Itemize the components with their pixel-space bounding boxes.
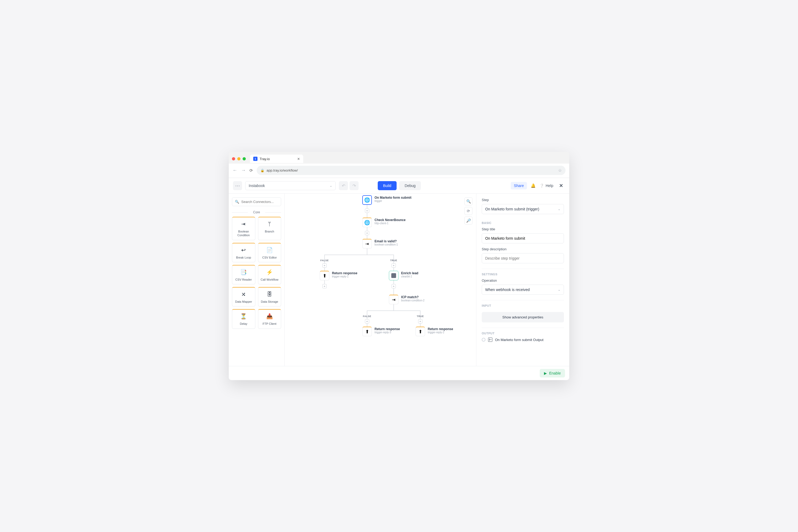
chevron-down-icon: ⌄ bbox=[558, 207, 560, 211]
connector-ftp-client[interactable]: 📥FTP Client bbox=[258, 309, 281, 328]
help-button[interactable]: ❔ Help bbox=[539, 184, 553, 188]
browser-tab[interactable]: t Tray.io ✕ bbox=[250, 155, 303, 163]
connector-csv-reader[interactable]: 📑CSV Reader bbox=[232, 265, 255, 284]
canvas-inner: 🌐 On Marketo form submittrigger + 🌐 Chec… bbox=[285, 194, 476, 366]
share-button[interactable]: Share bbox=[511, 182, 527, 189]
reply-icon: ⬆ bbox=[416, 327, 425, 336]
settings-section-header: SETTINGS bbox=[482, 269, 564, 276]
add-step-button[interactable]: + bbox=[322, 284, 327, 288]
nav-back-icon[interactable]: ← bbox=[232, 168, 237, 173]
search-icon: 🔍 bbox=[235, 200, 239, 204]
properties-panel: Step On Marketo form submit (trigger) ⌄ … bbox=[476, 194, 569, 366]
address-row: ← → ⟳ 🔒 app.tray.io/workflow/ ☆ bbox=[229, 164, 569, 178]
operation-label: Operation bbox=[482, 279, 564, 283]
enable-button[interactable]: ▶ Enable bbox=[540, 369, 565, 377]
node-return-response-2[interactable]: ⬆ Return responsetrigger-reply-2 bbox=[416, 327, 453, 336]
tab-strip: t Tray.io ✕ bbox=[229, 152, 569, 164]
node-return-response-1[interactable]: ⬆ Return responsetrigger-reply-1 bbox=[320, 271, 357, 280]
add-step-button[interactable]: + bbox=[365, 231, 369, 235]
workflow-name: Instabook bbox=[249, 184, 265, 188]
close-button[interactable]: ✕ bbox=[557, 182, 565, 190]
mapper-icon: ⤨ bbox=[241, 291, 246, 298]
connector-grid: ⤛Boolean Condition ᛘBranch ↩Break Loop 📄… bbox=[232, 217, 281, 329]
node-email-valid[interactable]: ⤛ Email is valid?boolean-condition-1 bbox=[362, 239, 398, 248]
footer: ▶ Enable bbox=[229, 366, 569, 380]
debug-button[interactable]: Debug bbox=[399, 181, 421, 190]
radio-icon[interactable] bbox=[482, 338, 486, 342]
grid-icon bbox=[488, 338, 492, 342]
output-value: On Marketo form submit Output bbox=[495, 338, 544, 342]
undo-button[interactable]: ↶ bbox=[339, 181, 348, 190]
connector-boolean-condition[interactable]: ⤛Boolean Condition bbox=[232, 217, 255, 240]
connector-data-storage[interactable]: 🗄Data Storage bbox=[258, 287, 281, 306]
undo-redo-group: ↶ ↷ bbox=[339, 181, 359, 190]
step-title-input[interactable] bbox=[482, 233, 564, 243]
sidebar-section-header: Core bbox=[232, 210, 281, 214]
basic-section-header: BASIC bbox=[482, 220, 564, 225]
node-trigger[interactable]: 🌐 On Marketo form submittrigger bbox=[362, 195, 412, 205]
notifications-icon[interactable]: 🔔 bbox=[531, 183, 536, 188]
window-minimize-icon[interactable] bbox=[237, 157, 241, 160]
bookmark-star-icon[interactable]: ☆ bbox=[558, 168, 562, 173]
add-step-button[interactable]: + bbox=[392, 284, 396, 288]
connector-break-loop[interactable]: ↩Break Loop bbox=[232, 243, 255, 262]
menu-button[interactable]: ⋯ bbox=[233, 181, 242, 190]
sidebar: 🔍 Core ⤛Boolean Condition ᛘBranch ↩Break… bbox=[229, 194, 285, 366]
play-icon: ▶ bbox=[544, 371, 547, 375]
connector-branch[interactable]: ᛘBranch bbox=[258, 217, 281, 240]
canvas[interactable]: 🔍 ⟳ 🔎 bbox=[285, 194, 476, 366]
input-section-header: INPUT bbox=[482, 300, 564, 307]
boolean-icon: ⤛ bbox=[389, 295, 398, 304]
chevron-down-icon: ⌄ bbox=[558, 288, 560, 291]
node-check-neverbounce[interactable]: 🌐 Check NeverBouncehttp-client-1 bbox=[362, 217, 406, 227]
step-description-input[interactable] bbox=[482, 253, 564, 263]
add-step-button[interactable]: + bbox=[365, 209, 369, 213]
reload-icon[interactable]: ⟳ bbox=[249, 168, 253, 173]
description-label: Step description bbox=[482, 247, 564, 251]
csv-edit-icon: 📄 bbox=[266, 247, 273, 253]
topbar: ⋯ Instabook ⌄ ↶ ↷ Build Debug Share 🔔 ❔ … bbox=[229, 178, 569, 194]
connector-call-workflow[interactable]: ⚡Call Workflow bbox=[258, 265, 281, 284]
enable-label: Enable bbox=[549, 371, 561, 375]
output-section-header: OUTPUT bbox=[482, 328, 564, 335]
show-advanced-button[interactable]: Show advanced properties bbox=[482, 312, 564, 322]
add-step-button[interactable]: + bbox=[365, 319, 369, 323]
node-return-response-3[interactable]: ⬆ Return responsetrigger-reply-3 bbox=[362, 327, 400, 336]
tab-close-icon[interactable]: ✕ bbox=[297, 157, 300, 161]
node-icp-match[interactable]: ⤛ ICP match?boolean-condition-2 bbox=[389, 295, 424, 304]
build-button[interactable]: Build bbox=[378, 181, 397, 190]
add-step-button[interactable]: + bbox=[322, 263, 327, 268]
lock-icon: 🔒 bbox=[261, 169, 264, 172]
address-bar[interactable]: 🔒 app.tray.io/workflow/ ☆ bbox=[257, 166, 566, 175]
step-description-field[interactable] bbox=[485, 256, 560, 261]
delay-icon: ⏳ bbox=[240, 313, 247, 320]
output-row[interactable]: On Marketo form submit Output bbox=[482, 338, 564, 342]
boolean-icon: ⤛ bbox=[241, 221, 246, 227]
branch-icon: ᛘ bbox=[268, 221, 271, 227]
step-title-field[interactable] bbox=[485, 236, 560, 241]
window-close-icon[interactable] bbox=[232, 157, 235, 160]
window-maximize-icon[interactable] bbox=[243, 157, 246, 160]
storage-icon: 🗄 bbox=[267, 291, 272, 298]
step-label: Step bbox=[482, 198, 564, 202]
search-field[interactable] bbox=[241, 200, 285, 204]
node-enrich-lead[interactable]: Enrich leadclearbit-1 bbox=[389, 271, 418, 280]
add-step-button[interactable]: + bbox=[392, 263, 396, 268]
clearbit-icon bbox=[389, 271, 398, 280]
traffic-lights bbox=[232, 157, 246, 160]
mode-buttons: Build Debug bbox=[378, 181, 421, 190]
connector-csv-editor[interactable]: 📄CSV Editor bbox=[258, 243, 281, 262]
operation-select[interactable]: When webhook is received ⌄ bbox=[482, 285, 564, 295]
loop-icon: ↩ bbox=[241, 247, 246, 253]
add-step-button[interactable]: + bbox=[418, 319, 422, 323]
branch-false-label: FALSE bbox=[363, 315, 371, 318]
nav-forward-icon[interactable]: → bbox=[241, 168, 246, 173]
connector-delay[interactable]: ⏳Delay bbox=[232, 309, 255, 328]
redo-button[interactable]: ↷ bbox=[349, 181, 359, 190]
app: ⋯ Instabook ⌄ ↶ ↷ Build Debug Share 🔔 ❔ … bbox=[229, 178, 569, 380]
connector-data-mapper[interactable]: ⤨Data Mapper bbox=[232, 287, 255, 306]
search-input[interactable]: 🔍 bbox=[232, 197, 281, 206]
workflow-select[interactable]: Instabook ⌄ bbox=[245, 181, 336, 190]
step-select[interactable]: On Marketo form submit (trigger) ⌄ bbox=[482, 204, 564, 214]
help-icon: ❔ bbox=[539, 184, 544, 188]
